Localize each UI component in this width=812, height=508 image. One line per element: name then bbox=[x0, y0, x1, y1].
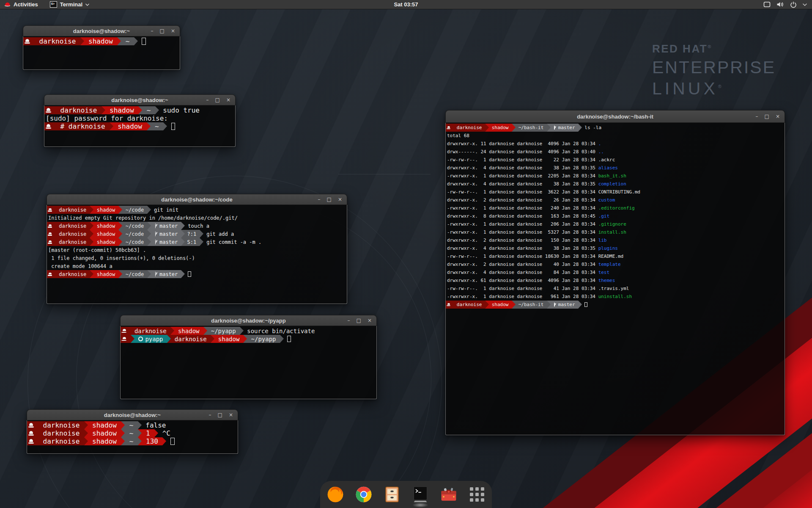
minimize-button[interactable]: – bbox=[318, 197, 321, 202]
minimize-button[interactable]: – bbox=[151, 28, 154, 33]
close-button[interactable]: × bbox=[171, 28, 175, 33]
prompt-segment: darknoise bbox=[454, 301, 485, 309]
terminal-text: drwxrwxr-x. 2 darknoise darknoise 26 Jan… bbox=[446, 196, 598, 204]
brand-line-1: RED HAT bbox=[652, 42, 708, 55]
terminal-content[interactable]: darknoiseshadow~/codegit initInitialized… bbox=[47, 205, 347, 304]
terminal-line: -rwxrwxr-x. 1 darknoise darknoise 961 Ja… bbox=[446, 293, 785, 301]
terminal-line: darknoiseshadow~/bash-itmaster bbox=[446, 301, 785, 309]
window-title: darknoise@shadow:~ bbox=[27, 412, 238, 418]
maximize-button[interactable]: □ bbox=[160, 28, 165, 33]
prompt-os-segment bbox=[121, 335, 131, 343]
prompt-segment: shadow bbox=[105, 106, 139, 114]
branch-icon bbox=[554, 125, 557, 130]
titlebar[interactable]: darknoise@shadow:~ – □ × bbox=[23, 25, 180, 36]
terminal-content[interactable]: darknoiseshadow~/pyappsource bin/activat… bbox=[120, 326, 377, 399]
firefox-icon bbox=[326, 485, 345, 504]
maximize-button[interactable]: □ bbox=[357, 318, 361, 323]
titlebar[interactable]: darknoise@shadow:~/bash-it – □ × bbox=[445, 110, 785, 123]
prompt-segment: ~ bbox=[151, 122, 163, 130]
maximize-button[interactable]: □ bbox=[327, 197, 332, 202]
terminal-text: drwxrwxr-x. 4 darknoise darknoise 38 Jan… bbox=[446, 244, 598, 252]
prompt-segment: darknoise bbox=[35, 37, 80, 45]
minimize-button[interactable]: – bbox=[206, 97, 209, 102]
close-button[interactable]: × bbox=[776, 114, 780, 119]
redhat-icon bbox=[48, 232, 52, 235]
terminal-line: drwxrwxr-x. 4 darknoise darknoise 38 Jan… bbox=[446, 164, 785, 172]
prompt-segment: 130 bbox=[142, 437, 163, 445]
prompt-os-segment bbox=[23, 37, 35, 45]
dock-item-firefox[interactable] bbox=[326, 485, 345, 504]
prompt-segment: ~/bash-it bbox=[516, 301, 547, 309]
prompt-segment: 1 bbox=[142, 429, 154, 437]
powerline-arrow bbox=[547, 124, 551, 132]
activities-button[interactable]: Activities bbox=[0, 0, 42, 9]
maximize-button[interactable]: □ bbox=[215, 97, 220, 102]
clock[interactable]: Sat 03:57 bbox=[0, 1, 812, 8]
terminal-line: darknoiseshadow~/codemasterS:1git commit… bbox=[47, 238, 347, 246]
prompt-segment: darknoise bbox=[38, 421, 84, 429]
prompt-segment: master bbox=[551, 124, 578, 132]
titlebar[interactable]: darknoise@shadow:~ – □ × bbox=[44, 94, 236, 105]
redhat-icon bbox=[25, 39, 31, 44]
terminal-text: .gitignore bbox=[598, 220, 626, 228]
powerline-arrow bbox=[90, 270, 93, 278]
terminal-line: -rwxrwxr-x. 1 darknoise darknoise 2205 J… bbox=[446, 172, 785, 180]
prompt-segment: # darknoise bbox=[56, 122, 110, 130]
terminal-content[interactable]: darknoiseshadow~/bash-itmasterls -latota… bbox=[445, 123, 785, 435]
prompt-segment: ~/code bbox=[122, 206, 147, 214]
close-button[interactable]: × bbox=[226, 97, 230, 102]
terminal-cursor bbox=[142, 38, 146, 45]
terminal-text: -rwxrwxr-x. 1 darknoise darknoise 240 Ja… bbox=[446, 204, 598, 212]
terminal-text: README.md bbox=[598, 252, 624, 260]
caret-down-icon bbox=[803, 3, 807, 6]
terminal-content[interactable]: darknoiseshadow~ bbox=[23, 36, 180, 70]
app-menu-terminal[interactable]: $> Terminal bbox=[46, 0, 93, 9]
terminal-text: -rw-rw-r--. 1 darknoise darknoise 22 Jan… bbox=[446, 156, 598, 164]
maximize-button[interactable]: □ bbox=[765, 114, 769, 119]
terminal-text: .git bbox=[598, 212, 610, 220]
powerline-arrow bbox=[203, 327, 207, 335]
terminal-text: source bin/activate bbox=[244, 327, 315, 335]
prompt-segment: darknoise bbox=[38, 437, 84, 445]
system-status-area[interactable] bbox=[763, 1, 812, 8]
terminal-window-bash-it: darknoise@shadow:~/bash-it – □ × darknoi… bbox=[445, 110, 785, 435]
wallpaper-line bbox=[338, 174, 431, 174]
terminal-line: total 68 bbox=[446, 132, 785, 140]
redhat-icon bbox=[28, 431, 35, 436]
terminal-line: darknoiseshadow~ bbox=[23, 37, 180, 45]
window-title: darknoise@shadow:~/pyapp bbox=[121, 318, 376, 324]
dock-item-toolbox[interactable] bbox=[439, 485, 458, 504]
terminal-content[interactable]: darknoiseshadow~falsedarknoiseshadow~1^C… bbox=[27, 420, 238, 454]
brand-line-3: LINUX bbox=[652, 79, 718, 98]
titlebar[interactable]: darknoise@shadow:~/code – □ × bbox=[47, 194, 347, 205]
dock-item-terminal[interactable] bbox=[411, 485, 430, 504]
dock-item-chrome[interactable] bbox=[354, 485, 373, 504]
maximize-button[interactable]: □ bbox=[218, 412, 222, 417]
powerline-arrow bbox=[121, 437, 125, 445]
terminal-content[interactable]: darknoiseshadow~sudo true[sudo] password… bbox=[44, 105, 236, 147]
terminal-text: uninstall.sh bbox=[598, 293, 632, 301]
close-button[interactable]: × bbox=[368, 318, 372, 323]
dock-item-app-grid[interactable] bbox=[467, 485, 487, 504]
prompt-os-segment bbox=[47, 222, 55, 230]
minimize-button[interactable]: – bbox=[209, 412, 211, 417]
prompt-segment: pyapp bbox=[134, 335, 167, 343]
prompt-segment: S:1 bbox=[185, 238, 200, 246]
terminal-text: sudo true bbox=[159, 106, 200, 114]
redhat-icon bbox=[48, 224, 52, 227]
titlebar[interactable]: darknoise@shadow:~ – □ × bbox=[27, 409, 238, 420]
dock-item-files[interactable] bbox=[382, 485, 402, 504]
titlebar[interactable]: darknoise@shadow:~/pyapp – □ × bbox=[120, 315, 377, 326]
prompt-segment: darknoise bbox=[55, 222, 90, 230]
close-button[interactable]: × bbox=[229, 412, 233, 417]
minimize-button[interactable]: – bbox=[348, 318, 350, 323]
powerline-arrow bbox=[138, 437, 142, 445]
close-button[interactable]: × bbox=[338, 197, 342, 202]
powerline-arrow bbox=[102, 106, 105, 114]
powerline-arrow bbox=[118, 222, 122, 230]
terminal-text: custom bbox=[598, 196, 615, 204]
powerline-arrow bbox=[90, 206, 93, 214]
powerline-arrow bbox=[138, 421, 142, 429]
minimize-button[interactable]: – bbox=[756, 114, 758, 119]
redhat-icon bbox=[121, 329, 127, 333]
